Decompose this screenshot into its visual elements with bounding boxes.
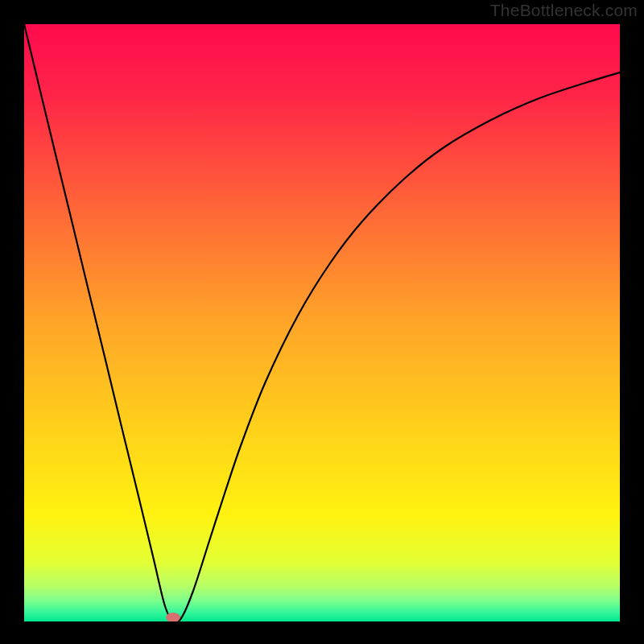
attribution-text: TheBottleneck.com bbox=[490, 1, 638, 20]
bottleneck-curve bbox=[24, 24, 620, 621]
chart-container: TheBottleneck.com bbox=[0, 0, 644, 644]
curve-layer bbox=[24, 24, 620, 621]
plot-area bbox=[24, 24, 620, 621]
